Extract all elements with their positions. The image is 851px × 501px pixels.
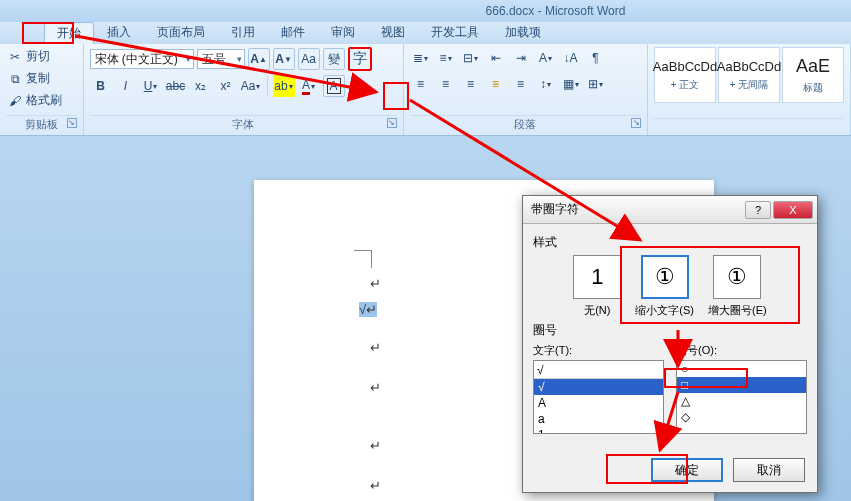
group-clipboard: ✂剪切 ⧉复制 🖌格式刷 剪贴板↘ — [0, 44, 84, 135]
bullets-button[interactable]: ≣ — [410, 47, 432, 69]
align-justify-button[interactable]: ≡ — [485, 73, 507, 95]
list-item[interactable]: A — [534, 395, 663, 411]
text-listbox[interactable]: √ A a 1 — [533, 360, 664, 434]
numbering-button[interactable]: ≡ — [435, 47, 457, 69]
style-nospacing[interactable]: AaBbCcDd+ 无间隔 — [718, 47, 780, 103]
list-item[interactable]: 1 — [534, 427, 663, 434]
group-styles: AaBbCcDd+ 正文 AaBbCcDd+ 无间隔 AaE标题 — [648, 44, 851, 135]
grow-font-button[interactable]: A▲ — [248, 48, 270, 70]
title-bar: 666.docx - Microsoft Word — [0, 0, 851, 22]
copy-icon: ⧉ — [8, 72, 22, 86]
phonetic-guide-button[interactable]: 變 — [323, 48, 345, 70]
underline-button[interactable]: U — [140, 75, 162, 97]
style-none[interactable]: 1 无(N) — [573, 255, 621, 318]
group-label-paragraph: 段落↘ — [410, 115, 641, 133]
group-label-clipboard: 剪贴板↘ — [6, 115, 77, 133]
dialog-titlebar[interactable]: 带圈字符 ? X — [523, 196, 817, 224]
font-family-combo[interactable]: 宋体 (中文正文) — [90, 49, 194, 69]
paragraph-mark: ↵ — [370, 340, 381, 355]
ok-button[interactable]: 确定 — [651, 458, 723, 482]
superscript-button[interactable]: x² — [215, 75, 237, 97]
paragraph-launcher[interactable]: ↘ — [631, 118, 641, 128]
highlight-color-button[interactable]: ab — [273, 75, 295, 97]
italic-button[interactable]: I — [115, 75, 137, 97]
enclose-character-button[interactable]: 字 — [348, 47, 372, 71]
align-center-button[interactable]: ≡ — [435, 73, 457, 95]
tab-home[interactable]: 开始 — [44, 22, 94, 44]
dialog-help-button[interactable]: ? — [745, 201, 771, 219]
clipboard-launcher[interactable]: ↘ — [67, 118, 77, 128]
font-launcher[interactable]: ↘ — [387, 118, 397, 128]
dialog-close-button[interactable]: X — [773, 201, 813, 219]
paragraph-mark: ↵ — [370, 478, 381, 493]
sort-button[interactable]: ↓A — [560, 47, 582, 69]
ribbon: ✂剪切 ⧉复制 🖌格式刷 剪贴板↘ 宋体 (中文正文) 五号 A▲ A▼ Aa … — [0, 44, 851, 136]
align-left-button[interactable]: ≡ — [410, 73, 432, 95]
list-item[interactable]: △ — [677, 393, 806, 409]
bold-button[interactable]: B — [90, 75, 112, 97]
asian-layout-button[interactable]: A — [535, 47, 557, 69]
style-section-label: 样式 — [533, 234, 807, 251]
tab-view[interactable]: 视图 — [368, 21, 418, 44]
tab-references[interactable]: 引用 — [218, 21, 268, 44]
style-normal[interactable]: AaBbCcDd+ 正文 — [654, 47, 716, 103]
subscript-button[interactable]: x₂ — [190, 75, 212, 97]
text-input[interactable] — [534, 361, 663, 379]
shrink-font-button[interactable]: A▼ — [273, 48, 295, 70]
style-enlarge-ring[interactable]: ① 增大圈号(E) — [708, 255, 767, 318]
brush-icon: 🖌 — [8, 94, 22, 108]
paragraph-mark: ↵ — [370, 380, 381, 395]
ring-section-label: 圈号 — [533, 322, 807, 339]
paragraph-mark: ↵ — [370, 438, 381, 453]
window-title: 666.docx - Microsoft Word — [486, 4, 626, 18]
paragraph-mark: ↵ — [370, 276, 381, 291]
cut-button[interactable]: ✂剪切 — [6, 47, 77, 66]
style-shrink-text[interactable]: ① 缩小文字(S) — [635, 255, 694, 318]
clear-format-button[interactable]: Aa — [298, 48, 320, 70]
show-marks-button[interactable]: ¶ — [585, 47, 607, 69]
enclose-dialog: 带圈字符 ? X 样式 1 无(N) ① 缩小文字(S) ① 增大圈号(E) 圈… — [522, 195, 818, 493]
ring-list-label: 圈号(O): — [676, 343, 807, 358]
multilevel-button[interactable]: ⊟ — [460, 47, 482, 69]
group-label-font: 字体↘ — [90, 115, 397, 133]
font-size-combo[interactable]: 五号 — [197, 49, 245, 69]
align-right-button[interactable]: ≡ — [460, 73, 482, 95]
change-case-button[interactable]: Aa — [240, 75, 262, 97]
line-spacing-button[interactable]: ↕ — [535, 73, 557, 95]
scissors-icon: ✂ — [8, 50, 22, 64]
indent-dec-button[interactable]: ⇤ — [485, 47, 507, 69]
font-color-button[interactable]: A — [298, 75, 320, 97]
strike-button[interactable]: abc — [165, 75, 187, 97]
cancel-button[interactable]: 取消 — [733, 458, 805, 482]
tab-developer[interactable]: 开发工具 — [418, 21, 492, 44]
copy-button[interactable]: ⧉复制 — [6, 69, 77, 88]
list-item[interactable]: ○ — [677, 361, 806, 377]
tab-layout[interactable]: 页面布局 — [144, 21, 218, 44]
tab-addins[interactable]: 加载项 — [492, 21, 554, 44]
group-font: 宋体 (中文正文) 五号 A▲ A▼ Aa 變 字 B I U abc x₂ x… — [84, 44, 404, 135]
indent-inc-button[interactable]: ⇥ — [510, 47, 532, 69]
tab-mail[interactable]: 邮件 — [268, 21, 318, 44]
office-button[interactable] — [4, 24, 38, 44]
format-painter-button[interactable]: 🖌格式刷 — [6, 91, 77, 110]
list-item[interactable]: a — [534, 411, 663, 427]
char-border-button[interactable]: A — [323, 75, 345, 97]
ribbon-tabs: 开始 插入 页面布局 引用 邮件 审阅 视图 开发工具 加载项 — [0, 22, 851, 44]
ring-listbox[interactable]: ○ □ △ ◇ — [676, 360, 807, 434]
shading-button[interactable]: ▦ — [560, 73, 582, 95]
selected-char: √↵ — [359, 302, 377, 317]
list-item[interactable]: □ — [677, 377, 806, 393]
tab-insert[interactable]: 插入 — [94, 21, 144, 44]
list-item[interactable]: √ — [534, 379, 663, 395]
style-heading[interactable]: AaE标题 — [782, 47, 844, 103]
borders-button[interactable]: ⊞ — [585, 73, 607, 95]
group-paragraph: ≣ ≡ ⊟ ⇤ ⇥ A ↓A ¶ ≡ ≡ ≡ ≡ ≡ ↕ ▦ ⊞ 段落↘ — [404, 44, 648, 135]
text-list-label: 文字(T): — [533, 343, 664, 358]
distribute-button[interactable]: ≡ — [510, 73, 532, 95]
dialog-title: 带圈字符 — [531, 201, 579, 218]
margin-corner-icon — [354, 250, 372, 268]
tab-review[interactable]: 审阅 — [318, 21, 368, 44]
list-item[interactable]: ◇ — [677, 409, 806, 425]
